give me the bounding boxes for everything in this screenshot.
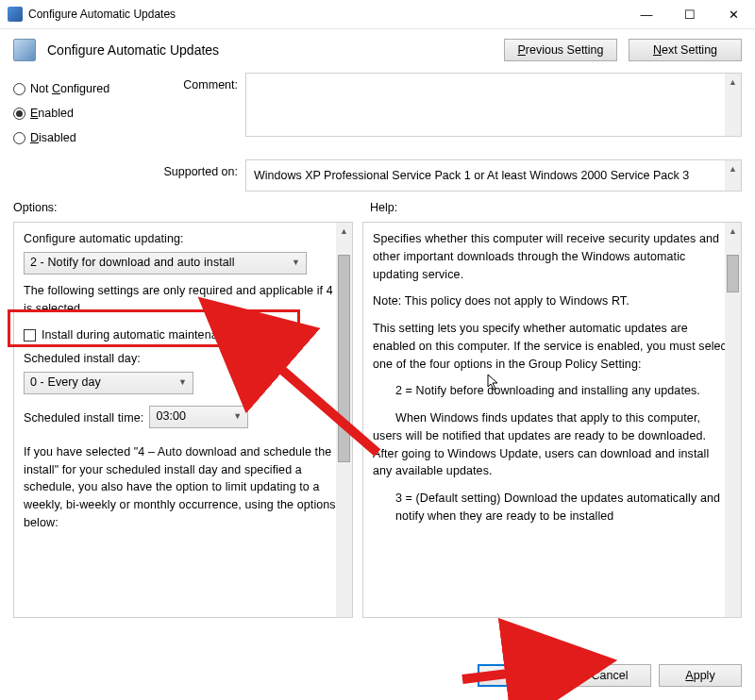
options-heading: Configure automatic updating: — [24, 230, 343, 248]
apply-button[interactable]: Apply — [659, 664, 742, 687]
help-panel: Specifies whether this computer will rec… — [362, 222, 742, 618]
radio-enabled[interactable]: Enabled — [13, 101, 145, 125]
comment-textbox[interactable]: ▲ — [245, 73, 742, 137]
scrollbar[interactable]: ▲ — [336, 223, 352, 617]
supported-on-box: Windows XP Professional Service Pack 1 o… — [245, 159, 742, 192]
time-dropdown[interactable]: 03:00 ▼ — [149, 406, 248, 428]
options-panel: Configure automatic updating: 2 - Notify… — [13, 222, 353, 618]
radio-label: Enabled — [30, 107, 74, 120]
config-state-row: Not Configured Enabled Disabled Comment:… — [0, 71, 755, 152]
previous-setting-button[interactable]: Previous Setting — [504, 39, 617, 61]
update-mode-value: 2 - Notify for download and auto install — [30, 254, 235, 272]
radio-label: Disabled — [30, 131, 76, 144]
schedule-footnote: If you have selected "4 – Auto download … — [24, 443, 343, 532]
help-p2: Note: This policy does not apply to Wind… — [373, 292, 731, 310]
help-opt2-head: 2 = Notify before downloading and instal… — [395, 382, 731, 400]
radio-icon — [13, 108, 25, 120]
radio-disabled[interactable]: Disabled — [13, 125, 145, 150]
titlebar: Configure Automatic Updates — ☐ ✕ — [0, 0, 755, 29]
column-labels: Options: Help: — [0, 193, 755, 214]
day-dropdown[interactable]: 0 - Every day ▼ — [24, 372, 193, 394]
help-p3: This setting lets you specify whether au… — [373, 320, 731, 373]
scrollbar[interactable]: ▲ — [725, 160, 741, 191]
cancel-button[interactable]: Cancel — [568, 664, 651, 687]
time-label: Scheduled install time: — [24, 409, 143, 427]
radio-icon — [13, 132, 25, 144]
comment-label: Comment: — [145, 73, 245, 150]
chevron-down-icon: ▼ — [178, 376, 187, 390]
policy-title: Configure Automatic Updates — [47, 42, 493, 58]
columns: Configure automatic updating: 2 - Notify… — [0, 222, 755, 618]
help-opt3-head: 3 = (Default setting) Download the updat… — [395, 490, 731, 525]
checkbox-icon — [24, 329, 36, 342]
supported-text: Windows XP Professional Service Pack 1 o… — [254, 169, 689, 182]
radio-not-configured[interactable]: Not Configured — [13, 76, 145, 101]
maximize-button[interactable]: ☐ — [668, 0, 712, 29]
chevron-down-icon: ▼ — [292, 257, 300, 270]
supported-label: Supported on: — [145, 159, 245, 192]
scrollbar[interactable]: ▲ — [725, 74, 741, 136]
ok-button[interactable]: OK — [478, 664, 561, 687]
radio-icon — [13, 83, 25, 95]
required-note: The following settings are only required… — [24, 282, 343, 318]
scroll-thumb[interactable] — [338, 255, 350, 462]
footer: OK Cancel Apply — [0, 655, 755, 700]
scrollbar[interactable]: ▲ — [725, 223, 741, 617]
radio-label: Not Configured — [30, 82, 109, 95]
close-button[interactable]: ✕ — [712, 0, 755, 29]
help-p1: Specifies whether this computer will rec… — [373, 230, 731, 283]
scroll-up-icon[interactable]: ▲ — [725, 223, 741, 239]
minimize-button[interactable]: — — [625, 0, 668, 29]
scroll-up-icon[interactable]: ▲ — [336, 223, 352, 239]
time-value: 03:00 — [156, 408, 186, 425]
update-mode-dropdown[interactable]: 2 - Notify for download and auto install… — [24, 252, 307, 275]
policy-icon — [8, 7, 23, 22]
day-label: Scheduled install day: — [24, 350, 343, 368]
options-label: Options: — [13, 201, 370, 214]
help-label: Help: — [370, 201, 397, 214]
next-setting-button[interactable]: Next Setting — [629, 39, 742, 61]
scroll-up-icon[interactable]: ▲ — [725, 160, 741, 176]
help-opt2-body: When Windows finds updates that apply to… — [373, 409, 731, 480]
install-maintenance-label: Install during automatic maintenance — [42, 326, 237, 344]
scroll-up-icon[interactable]: ▲ — [725, 74, 741, 90]
install-maintenance-checkbox[interactable]: Install during automatic maintenance — [24, 326, 343, 344]
supported-row: Supported on: Windows XP Professional Se… — [0, 158, 755, 193]
state-column: Not Configured Enabled Disabled — [13, 73, 145, 150]
chevron-down-icon: ▼ — [233, 410, 242, 424]
policy-header-icon — [13, 39, 36, 61]
header-row: Configure Automatic Updates Previous Set… — [0, 29, 755, 71]
day-value: 0 - Every day — [30, 374, 101, 392]
window-title: Configure Automatic Updates — [28, 8, 625, 21]
scroll-thumb[interactable] — [727, 255, 739, 292]
